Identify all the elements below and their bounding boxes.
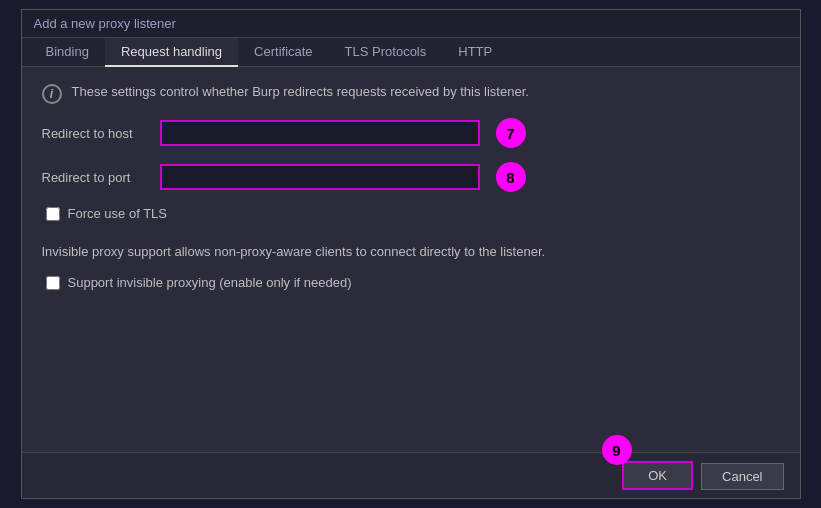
- tab-request-handling[interactable]: Request handling: [105, 38, 238, 67]
- force-tls-row: Force use of TLS: [46, 206, 780, 221]
- tab-binding[interactable]: Binding: [30, 38, 105, 67]
- tab-certificate[interactable]: Certificate: [238, 38, 329, 67]
- badge-8: 8: [496, 162, 526, 192]
- info-icon: i: [42, 84, 62, 104]
- redirect-port-input[interactable]: [160, 164, 480, 190]
- ok-button[interactable]: OK: [622, 461, 693, 490]
- content-area: i These settings control whether Burp re…: [22, 67, 800, 452]
- footer: 9 OK Cancel: [22, 452, 800, 498]
- dialog-title: Add a new proxy listener: [22, 10, 800, 38]
- redirect-port-input-wrapper: [160, 164, 480, 190]
- support-invisible-row: Support invisible proxying (enable only …: [46, 275, 780, 290]
- force-tls-label: Force use of TLS: [68, 206, 167, 221]
- support-invisible-checkbox[interactable]: [46, 276, 60, 290]
- tab-tls-protocols[interactable]: TLS Protocols: [329, 38, 443, 67]
- cancel-button[interactable]: Cancel: [701, 463, 783, 490]
- badge-9: 9: [602, 435, 632, 465]
- redirect-port-row: Redirect to port 8: [42, 162, 780, 192]
- info-text: These settings control whether Burp redi…: [72, 83, 529, 101]
- info-row: i These settings control whether Burp re…: [42, 83, 780, 104]
- tab-http[interactable]: HTTP: [442, 38, 508, 67]
- dialog: Add a new proxy listener Binding Request…: [21, 9, 801, 499]
- redirect-host-input-wrapper: [160, 120, 480, 146]
- invisible-proxy-description: Invisible proxy support allows non-proxy…: [42, 243, 780, 261]
- tab-bar: Binding Request handling Certificate TLS…: [22, 38, 800, 67]
- force-tls-checkbox[interactable]: [46, 207, 60, 221]
- support-invisible-label: Support invisible proxying (enable only …: [68, 275, 352, 290]
- badge-7: 7: [496, 118, 526, 148]
- redirect-host-label: Redirect to host: [42, 126, 152, 141]
- redirect-host-input[interactable]: [160, 120, 480, 146]
- redirect-host-row: Redirect to host 7: [42, 118, 780, 148]
- main-area: i These settings control whether Burp re…: [22, 67, 800, 498]
- redirect-port-label: Redirect to port: [42, 170, 152, 185]
